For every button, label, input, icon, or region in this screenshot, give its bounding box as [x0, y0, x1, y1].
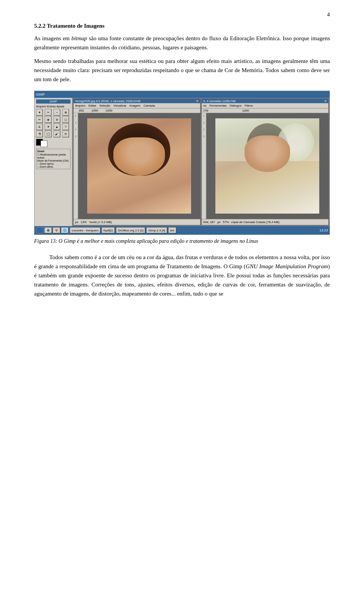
photo-left [87, 118, 191, 214]
taskbar-btn-gimp[interactable]: Gimp-2.4 [4] [146, 227, 167, 233]
paragraph-1: As imagens em bitmap são uma fonte const… [34, 34, 330, 52]
gimp-toolbox: GIMP Arquivo Extras Ajuda ✦ ✂ ↔ ⊕ ✏ ◈ ⊘ … [35, 98, 72, 226]
photo-right [215, 118, 319, 214]
gimp-tool-grid: ✦ ✂ ↔ ⊕ ✏ ◈ ⊘ ◻ A ✦ ▲ ⌗ ⚗ ◯ 🖌 ⟳ [36, 109, 71, 137]
gimp-image-window-right: 6, 4 camadas 1206x788 ✕ esFerramentasDiá… [201, 99, 329, 225]
taskbar-btn-bm[interactable]: bm [168, 227, 176, 233]
gimp-workspace: 4imag0035.jpg-6.0 (RGB, 1 camada) 1536x2… [72, 98, 329, 226]
taskbar-btn-droffice[interactable]: DrOffice.org 2.0 [2] [116, 227, 145, 233]
paragraph-3: Todos sabem como é a cor de um céu ou a … [34, 253, 330, 298]
zoom-label: Zoom [37, 150, 69, 153]
gimp-image-window-left: 4imag0035.jpg-6.0 (RGB, 1 camada) 1536x2… [73, 99, 201, 225]
paragraph-2: Mesmo sendo trabalhadas para melhorar su… [34, 57, 330, 84]
figure-caption: Figura 13: O Gimp é a melhor e mais comp… [34, 237, 330, 245]
page-number: 4 [327, 11, 330, 18]
gimp-app-title: GIMP [36, 93, 45, 96]
gimp-screenshot: GIMP GIMP Arquivo Extras Ajuda ✦ ✂ ↔ ⊕ ✏… [34, 91, 330, 235]
gimp-toolbox-title: GIMP [36, 99, 71, 104]
taskbar-btn-kpdf[interactable]: Kpdf[1] [102, 227, 115, 233]
taskbar-btn-kerquero[interactable]: curumim - Kerquero [70, 227, 100, 233]
section-heading: 5.2.2 Tratamento de Imagens [34, 23, 330, 29]
taskbar-clock: 13:23 [319, 228, 328, 232]
gimp-bottom-taskbar: 🖥 🦊 🌐 curumim - Kerquero Kpdf[1] DrOffic… [35, 226, 329, 234]
